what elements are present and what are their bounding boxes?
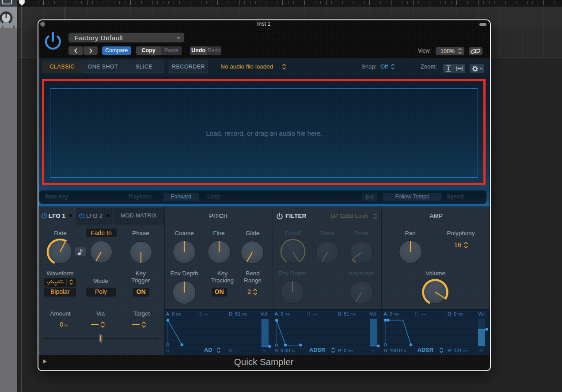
svg-text:L: L	[2, 25, 4, 28]
svg-text:R: R	[13, 25, 15, 28]
